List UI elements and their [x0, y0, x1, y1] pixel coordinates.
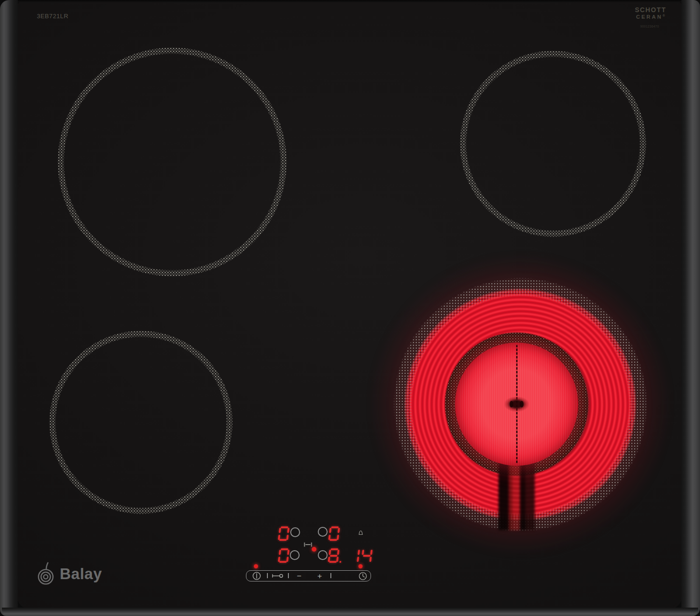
display-rear-left	[279, 526, 289, 541]
hob-photo: 3EB721LR SCHOTT CERAN® 9001236470 Balay	[0, 0, 700, 616]
zone-select-rear-left[interactable]	[290, 527, 300, 537]
bezel-left	[0, 0, 18, 616]
zone-select-front-right[interactable]	[318, 550, 328, 560]
display-front-right	[329, 548, 339, 563]
indicator-dot-front-left	[312, 547, 316, 552]
touch-control-bar: − +	[246, 570, 371, 581]
bezel-right	[681, 0, 700, 616]
cooking-zone-front-right-active	[390, 274, 651, 535]
print-code: 9001236470	[640, 25, 659, 28]
inner-heating-disc	[455, 343, 578, 466]
zone-select-front-left[interactable]	[290, 550, 300, 560]
balay-logo-text: Balay	[60, 565, 102, 583]
schott-ceran-logo: SCHOTT CERAN®	[633, 6, 668, 20]
cooking-zone-front-left	[49, 330, 233, 514]
bell-icon	[357, 529, 364, 538]
model-number: 3EB721LR	[37, 13, 69, 20]
balay-logo: Balay	[35, 561, 102, 586]
schott-text: SCHOTT	[633, 6, 668, 14]
bar-divider	[288, 573, 289, 578]
plus-label: +	[317, 572, 322, 580]
element-hub	[504, 397, 529, 412]
bar-divider	[267, 573, 268, 578]
display-timer	[349, 548, 372, 563]
minus-label: −	[297, 572, 301, 580]
plus-button[interactable]: +	[314, 571, 325, 581]
key-lock-icon	[272, 573, 284, 579]
power-icon	[252, 571, 261, 581]
indicator-dot-timer	[358, 564, 363, 568]
minus-button[interactable]: −	[294, 571, 305, 581]
bridge-icon	[304, 540, 312, 549]
bar-divider	[330, 573, 331, 578]
indicator-dot-power	[254, 564, 258, 568]
ceran-text: CERAN®	[633, 14, 668, 20]
power-button[interactable]	[251, 571, 262, 581]
cooking-zone-rear-left	[57, 47, 287, 277]
display-front-left	[279, 548, 289, 563]
balay-spiral-icon	[35, 561, 57, 586]
registered-mark: ®	[663, 14, 665, 17]
zone-select-rear-right[interactable]	[318, 527, 328, 537]
display-rear-right	[329, 526, 339, 541]
clock-icon	[358, 571, 368, 581]
bezel-bottom	[2, 608, 698, 616]
bezel-top	[7, 0, 693, 2]
cooking-zone-rear-right	[460, 50, 646, 237]
child-lock-button[interactable]	[271, 571, 284, 581]
timer-button[interactable]	[357, 571, 369, 581]
